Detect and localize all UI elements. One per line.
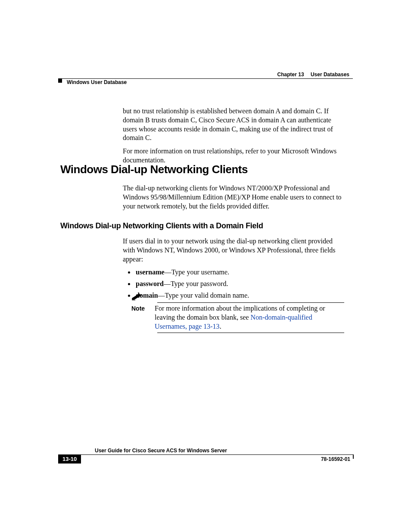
list-item: username—Type your username. (135, 268, 344, 277)
header-section-title: Windows User Database (67, 79, 127, 85)
list-term: username (136, 268, 165, 276)
svg-marker-0 (132, 294, 141, 300)
header-rule (58, 78, 353, 79)
header-square-icon (58, 79, 62, 83)
note-text: For more information about the implicati… (155, 304, 344, 331)
document-id: 78-16592-01 (321, 456, 353, 462)
footer-row: 13-10 78-16592-01 (58, 454, 353, 464)
note-label: Note (131, 304, 149, 312)
page-number: 13-10 (58, 454, 81, 464)
running-header: Chapter 13 User Databases (58, 72, 353, 79)
note-row: Note For more information about the impl… (131, 304, 344, 331)
list-item: password—Type your password. (135, 280, 344, 289)
section-1: The dial-up networking clients for Windo… (123, 184, 344, 211)
intro-paragraph-1: but no trust relationship is established… (123, 107, 344, 143)
list-desc: —Type your username. (165, 268, 229, 276)
intro-paragraph-2: For more information on trust relationsh… (123, 147, 344, 165)
note-block: Note For more information about the impl… (131, 292, 344, 333)
note-rule-bottom (157, 333, 344, 333)
pencil-icon (131, 292, 143, 301)
section-2-paragraph: If users dial in to your network using t… (123, 237, 344, 264)
note-rule-top (157, 302, 344, 303)
heading-2: Windows Dial-up Networking Clients with … (60, 221, 263, 230)
chapter-title: User Databases (311, 72, 349, 78)
list-term: password (136, 280, 164, 287)
chapter-line: Chapter 13 User Databases (58, 72, 353, 78)
intro-block: but no trust relationship is established… (123, 107, 344, 169)
note-text-after: . (220, 323, 221, 330)
heading-1: Windows Dial-up Networking Clients (60, 163, 248, 176)
footer: User Guide for Cisco Secure ACS for Wind… (58, 448, 353, 464)
footer-guide-title: User Guide for Cisco Secure ACS for Wind… (95, 448, 353, 454)
chapter-number: Chapter 13 (277, 72, 304, 78)
footer-tick-icon (353, 454, 354, 459)
list-desc: —Type your password. (164, 280, 228, 287)
section-1-paragraph: The dial-up networking clients for Windo… (123, 184, 344, 211)
page: Chapter 13 User Databases Windows User D… (0, 0, 411, 532)
